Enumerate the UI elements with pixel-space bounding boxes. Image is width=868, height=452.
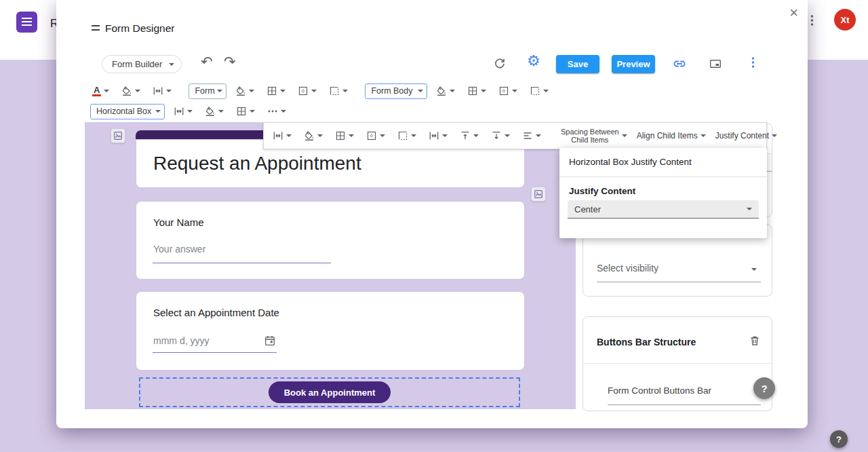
- trash-icon[interactable]: [749, 335, 761, 347]
- form-preview-canvas: Request an Appointment Your Name Your an…: [85, 122, 576, 409]
- align-child-items-dropdown[interactable]: Align Child Items: [637, 131, 706, 140]
- ctx-border-all-button[interactable]: [333, 130, 356, 141]
- ctx-padding-bottom-button[interactable]: [489, 130, 512, 141]
- hbox-more-button[interactable]: [265, 106, 288, 117]
- align-lines-icon: [522, 130, 533, 141]
- chevron-down-icon: [166, 90, 172, 92]
- ctx-fill-color-button[interactable]: [302, 130, 325, 141]
- card-divider: [583, 363, 772, 364]
- form-body-target-label: Form Body: [371, 86, 412, 96]
- spacing-between-child-items-dropdown[interactable]: Spacing Between Child Items: [561, 128, 627, 144]
- name-question-label: Your Name: [153, 216, 204, 228]
- body-border-style-button[interactable]: [528, 86, 551, 96]
- ctx-padding-top-button[interactable]: [458, 130, 481, 141]
- chevron-down-icon: [411, 134, 416, 137]
- fill-color-icon: [205, 106, 216, 117]
- form-border-outer-button[interactable]: [296, 86, 319, 96]
- form-fill-color-button[interactable]: [233, 86, 256, 96]
- menu-icon[interactable]: [92, 25, 100, 31]
- chevron-down-icon: [217, 90, 222, 92]
- hbox-width-button[interactable]: [172, 106, 195, 117]
- undo-icon[interactable]: ↶: [201, 54, 213, 69]
- close-icon[interactable]: ×: [789, 5, 798, 20]
- selected-buttons-bar[interactable]: Book an Appointment: [139, 377, 520, 407]
- width-icon: [273, 130, 283, 141]
- name-question-card[interactable]: Your Name Your answer: [136, 201, 525, 280]
- ctx-spacing-horizontal-button[interactable]: [427, 130, 450, 141]
- form-target-select[interactable]: Form: [189, 83, 226, 99]
- date-question-card[interactable]: Select an Appointment Date mmm d, yyyy: [136, 291, 525, 371]
- chevron-down-icon: [536, 134, 541, 137]
- justify-content-dropdown[interactable]: Justify Content: [715, 131, 777, 140]
- border-style-icon: [397, 130, 408, 141]
- save-button[interactable]: Save: [556, 55, 599, 73]
- body-fill-color-button[interactable]: [434, 86, 457, 96]
- chevron-down-icon: [286, 134, 292, 137]
- body-border-outer-button[interactable]: [496, 86, 519, 96]
- justify-content-select[interactable]: Center: [568, 200, 759, 219]
- form-border-all-button[interactable]: [264, 86, 288, 96]
- chevron-down-icon: [512, 90, 517, 92]
- justify-content-selected-value: Center: [574, 204, 601, 214]
- calendar-icon[interactable]: [264, 335, 276, 347]
- border-outer-icon: [498, 86, 509, 96]
- form-title: Request an Appointment: [153, 153, 361, 174]
- chevron-down-icon: [155, 110, 161, 113]
- spacing-horizontal-icon: [429, 130, 439, 141]
- chevron-down-icon: [218, 110, 224, 113]
- fill-color-button[interactable]: [119, 86, 142, 96]
- date-input-placeholder[interactable]: mmm d, yyyy: [153, 335, 209, 346]
- ctx-border-outer-button[interactable]: [364, 130, 387, 141]
- form-body-target-select[interactable]: Form Body: [365, 83, 427, 99]
- refresh-icon[interactable]: [493, 57, 507, 71]
- width-icon: [174, 106, 184, 117]
- ctx-align-lines-button[interactable]: [520, 130, 543, 141]
- image-icon: [113, 131, 123, 140]
- book-appointment-button[interactable]: Book an Appointment: [269, 381, 391, 403]
- link-icon[interactable]: [672, 56, 687, 71]
- widget-badge-icon[interactable]: [111, 128, 125, 143]
- hbox-fill-color-button[interactable]: [203, 106, 226, 117]
- form-border-style-button[interactable]: [327, 86, 350, 96]
- fill-color-icon: [121, 86, 132, 96]
- item-underline: [608, 404, 761, 405]
- horizontal-box-context-toolbar: Spacing Between Child Items Align Child …: [263, 122, 767, 149]
- help-button[interactable]: ?: [753, 377, 775, 399]
- kebab-menu-icon[interactable]: [749, 56, 756, 69]
- page-help-button[interactable]: ?: [830, 430, 848, 448]
- justify-content-label: Justify Content: [715, 131, 769, 140]
- redo-icon[interactable]: ↷: [224, 54, 236, 69]
- avatar[interactable]: Xt: [834, 9, 856, 31]
- fill-color-icon: [304, 130, 315, 141]
- padding-top-icon: [460, 130, 471, 141]
- text-color-icon: A: [92, 86, 101, 96]
- form-control-buttons-bar-item[interactable]: Form Control Buttons Bar: [608, 385, 711, 396]
- more-vertical-icon[interactable]: [808, 14, 815, 27]
- buttons-bar-structure-card: Buttons Bar Structure Form Control Butto…: [583, 316, 772, 411]
- border-style-icon: [329, 86, 340, 96]
- ctx-width-button[interactable]: [271, 130, 294, 141]
- chevron-down-icon: [473, 134, 479, 137]
- horizontal-box-target-select[interactable]: Horizontal Box: [90, 104, 165, 119]
- picture-in-picture-icon[interactable]: [709, 57, 722, 71]
- ctx-border-style-button[interactable]: [395, 130, 418, 141]
- form-builder-dropdown[interactable]: Form Builder: [102, 55, 182, 73]
- chevron-down-icon: [747, 208, 752, 210]
- widget-badge-icon[interactable]: [531, 187, 546, 202]
- hbox-border-all-button[interactable]: [234, 106, 257, 117]
- chevron-down-icon: [169, 63, 174, 66]
- chevron-down-icon: [772, 134, 777, 137]
- justify-panel-header: Horizontal Box Justify Content: [569, 157, 692, 167]
- body-border-all-button[interactable]: [465, 86, 488, 96]
- chevron-down-icon: [505, 134, 510, 137]
- preview-button[interactable]: Preview: [612, 55, 655, 73]
- form-target-label: Form: [195, 86, 214, 96]
- name-input-placeholder[interactable]: Your answer: [153, 244, 205, 255]
- gear-icon[interactable]: ⚙: [527, 54, 540, 68]
- image-icon: [534, 189, 543, 199]
- visibility-select[interactable]: Select visibility: [597, 263, 658, 274]
- width-button[interactable]: [151, 86, 174, 96]
- date-input-underline: [153, 352, 277, 353]
- border-all-icon: [267, 86, 277, 96]
- text-color-button[interactable]: A: [90, 86, 111, 96]
